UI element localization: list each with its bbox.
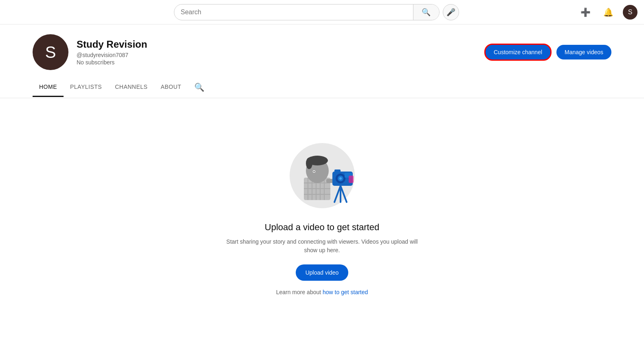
mic-button[interactable]: 🎤 bbox=[443, 4, 459, 20]
channel-info: S Study Revision @studyrevision7087 No s… bbox=[33, 34, 147, 70]
channel-name: Study Revision bbox=[77, 39, 147, 50]
channel-handle: @studyrevision7087 bbox=[77, 52, 147, 58]
channel-header: S Study Revision @studyrevision7087 No s… bbox=[0, 24, 644, 77]
header-actions: ➕ 🔔 S bbox=[577, 4, 637, 20]
search-input[interactable] bbox=[174, 9, 413, 16]
learn-more-section: Learn more about how to get started bbox=[276, 289, 368, 295]
empty-state-title: Upload a video to get started bbox=[265, 222, 379, 233]
channel-details: Study Revision @studyrevision7087 No sub… bbox=[77, 39, 147, 66]
tab-playlists[interactable]: PLAYLISTS bbox=[64, 78, 108, 97]
avatar[interactable]: S bbox=[623, 5, 637, 20]
customize-channel-button[interactable]: Customize channel bbox=[484, 44, 552, 61]
camera-illustration bbox=[281, 131, 363, 212]
channel-nav: HOME PLAYLISTS CHANNELS ABOUT 🔍 bbox=[0, 77, 644, 98]
notification-icon: 🔔 bbox=[603, 7, 613, 17]
mic-icon: 🎤 bbox=[446, 8, 455, 17]
tab-about[interactable]: ABOUT bbox=[154, 78, 188, 97]
empty-state-description: Start sharing your story and connecting … bbox=[224, 238, 420, 255]
svg-point-12 bbox=[306, 158, 312, 169]
channel-search-button[interactable]: 🔍 bbox=[191, 77, 208, 98]
main-content: Upload a video to get started Start shar… bbox=[0, 98, 644, 312]
channel-subscribers: No subscribers bbox=[77, 59, 147, 66]
search-icon: 🔍 bbox=[194, 82, 204, 92]
search-bar: 🔍 bbox=[174, 4, 440, 20]
search-icon: 🔍 bbox=[422, 8, 431, 17]
upload-video-button[interactable]: Upload video bbox=[296, 264, 349, 281]
tab-home[interactable]: HOME bbox=[33, 78, 64, 97]
header: 🔍 🎤 ➕ 🔔 S bbox=[0, 0, 644, 24]
learn-more-prefix: Learn more about bbox=[276, 289, 323, 295]
search-area: 🔍 🎤 bbox=[174, 4, 459, 20]
create-button[interactable]: ➕ bbox=[577, 4, 593, 20]
channel-avatar: S bbox=[33, 34, 68, 70]
channel-actions: Customize channel Manage videos bbox=[484, 44, 611, 61]
empty-state: Upload a video to get started Start shar… bbox=[224, 131, 420, 295]
svg-rect-19 bbox=[334, 169, 341, 173]
notification-button[interactable]: 🔔 bbox=[600, 4, 616, 20]
svg-point-25 bbox=[313, 171, 314, 172]
manage-videos-button[interactable]: Manage videos bbox=[556, 45, 611, 59]
how-to-get-started-link[interactable]: how to get started bbox=[323, 289, 368, 295]
svg-rect-20 bbox=[349, 176, 354, 183]
tab-channels[interactable]: CHANNELS bbox=[108, 78, 154, 97]
search-button[interactable]: 🔍 bbox=[413, 4, 439, 20]
create-icon: ➕ bbox=[580, 7, 591, 17]
svg-point-17 bbox=[339, 177, 342, 180]
